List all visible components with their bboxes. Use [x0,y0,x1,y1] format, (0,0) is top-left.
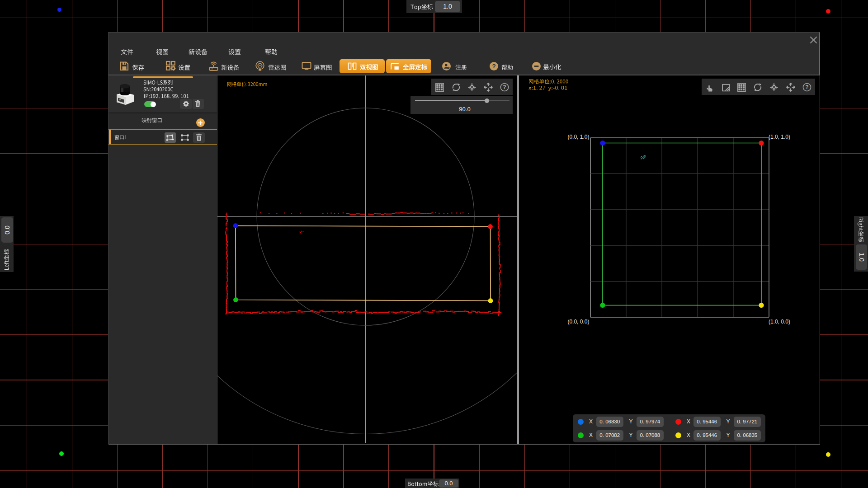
svg-text:?: ? [503,84,506,90]
svg-text:?: ? [492,63,495,70]
svg-text:?: ? [805,84,808,90]
